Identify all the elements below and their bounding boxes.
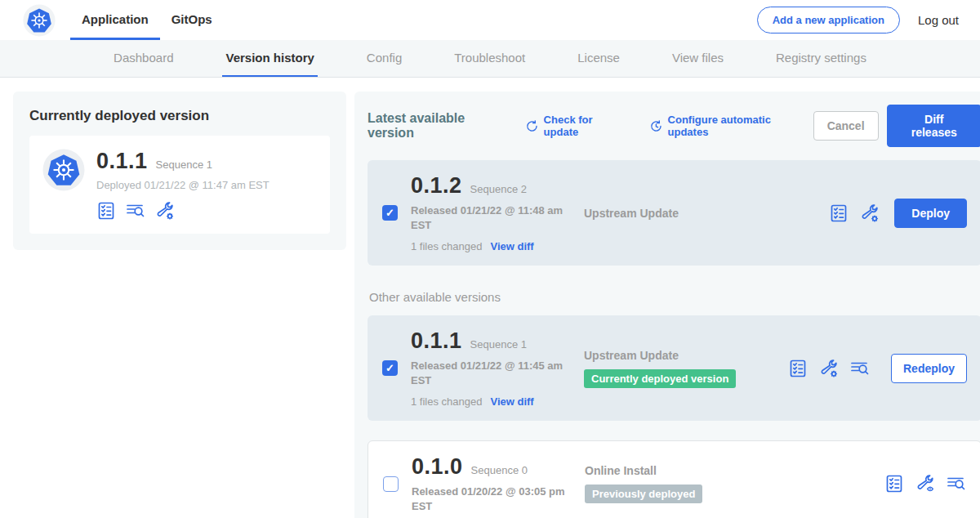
deployed-panel-title: Currently deployed version: [29, 108, 330, 124]
check-for-update-link[interactable]: Check for update: [525, 114, 630, 138]
refresh-icon: [525, 119, 539, 133]
version-sequence: Sequence 1: [470, 338, 527, 351]
currently-deployed-badge: Currently deployed version: [584, 369, 736, 388]
version-sequence: Sequence 0: [471, 464, 528, 476]
logout-button[interactable]: Log out: [918, 13, 959, 27]
version-source: Upstream Update: [584, 349, 788, 362]
version-source: Online Install: [585, 464, 789, 477]
deployed-version-number: 0.1.1: [96, 149, 148, 174]
redeploy-button[interactable]: Redeploy: [891, 354, 967, 383]
release-notes-search-icon[interactable]: [126, 201, 145, 221]
version-number: 0.1.0: [412, 454, 463, 480]
top-nav: Application GitOps Add a new application…: [0, 0, 980, 40]
preflight-checks-icon[interactable]: [96, 201, 116, 221]
configure-automatic-updates-link[interactable]: Configure automatic updates: [649, 114, 813, 138]
diff-releases-button[interactable]: Diff releases: [887, 105, 980, 147]
subtab-license[interactable]: License: [574, 40, 623, 77]
cancel-button[interactable]: Cancel: [813, 111, 879, 141]
version-sequence: Sequence 2: [470, 183, 527, 195]
release-notes-search-icon[interactable]: [850, 359, 870, 378]
preflight-checks-icon[interactable]: [788, 359, 808, 378]
deploy-button[interactable]: Deploy: [894, 199, 967, 228]
release-notes-search-icon[interactable]: [947, 474, 966, 493]
top-tabs: Application GitOps: [70, 0, 224, 40]
released-timestamp: Released 01/21/22 @ 11:45 am EST: [411, 359, 566, 387]
version-checkbox[interactable]: ✓: [382, 205, 398, 221]
released-timestamp: Released 01/21/22 @ 11:48 am EST: [411, 203, 566, 232]
subtab-config[interactable]: Config: [363, 40, 405, 77]
subtab-troubleshoot[interactable]: Troubleshoot: [451, 40, 528, 77]
other-versions-label: Other available versions: [369, 290, 980, 304]
config-wrench-gear-icon[interactable]: [155, 201, 175, 221]
add-application-button[interactable]: Add a new application: [757, 7, 900, 33]
config-wrench-gear-icon[interactable]: [819, 359, 839, 378]
deployed-sequence: Sequence 1: [156, 159, 212, 171]
currently-deployed-panel: Currently deployed version: [13, 92, 346, 250]
available-versions-panel: Latest available version Check for updat…: [354, 92, 980, 518]
deployed-version-card: 0.1.1 Sequence 1 Deployed 01/21/22 @ 11:…: [29, 136, 330, 234]
deployed-timestamp: Deployed 01/21/22 @ 11:47 am EST: [96, 179, 270, 191]
subtab-dashboard[interactable]: Dashboard: [110, 40, 176, 77]
version-source: Upstream Update: [584, 207, 788, 220]
view-diff-link[interactable]: View diff: [490, 395, 533, 408]
config-view-wrench-eye-icon[interactable]: [915, 474, 935, 493]
version-number: 0.1.2: [411, 173, 462, 199]
preflight-checks-icon[interactable]: [884, 474, 904, 493]
previously-deployed-badge: Previously deployed: [585, 485, 702, 503]
view-diff-link[interactable]: View diff: [490, 240, 533, 252]
version-checkbox[interactable]: [383, 476, 399, 492]
subtab-version-history[interactable]: Version history: [222, 40, 317, 77]
latest-version-title: Latest available version: [368, 111, 514, 141]
files-changed-count: 1 files changed: [411, 240, 482, 252]
app-kubernetes-icon: [42, 149, 85, 191]
version-checkbox[interactable]: ✓: [382, 360, 398, 376]
released-timestamp: Released 01/20/22 @ 03:05 pm EST: [412, 485, 567, 513]
tab-application[interactable]: Application: [70, 0, 160, 40]
version-row-0-1-0: 0.1.0 Sequence 0 Released 01/20/22 @ 03:…: [368, 440, 980, 518]
subtab-registry-settings[interactable]: Registry settings: [773, 40, 870, 77]
app-sub-nav: Dashboard Version history Config Trouble…: [0, 40, 980, 78]
tab-gitops[interactable]: GitOps: [160, 0, 224, 40]
latest-version-header: Latest available version Check for updat…: [368, 105, 980, 147]
kubernetes-logo[interactable]: [23, 4, 56, 37]
version-row-0-1-1: ✓ 0.1.1 Sequence 1 Released 01/21/22 @ 1…: [368, 315, 980, 421]
files-changed-count: 1 files changed: [411, 395, 482, 408]
preflight-checks-icon[interactable]: [829, 203, 849, 223]
config-wrench-gear-icon[interactable]: [860, 203, 880, 223]
subtab-view-files[interactable]: View files: [669, 40, 727, 77]
auto-update-clock-icon: [649, 119, 663, 133]
version-number: 0.1.1: [411, 328, 462, 354]
version-history-page: Currently deployed version: [0, 78, 980, 518]
version-row-0-1-2: ✓ 0.1.2 Sequence 2 Released 01/21/22 @ 1…: [368, 160, 980, 266]
